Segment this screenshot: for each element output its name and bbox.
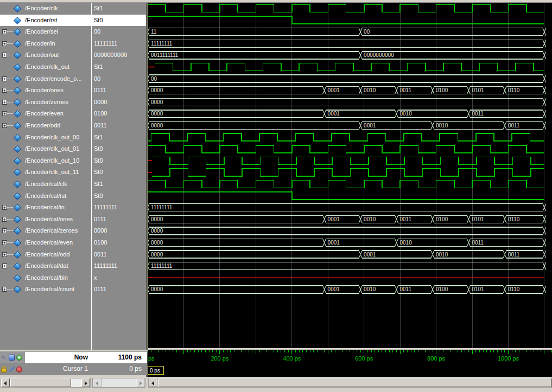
signal-row[interactable]: /Encoder/cal/clk (0, 178, 91, 190)
scroll-thumb[interactable] (158, 378, 551, 387)
expand-plus-icon[interactable]: + (2, 240, 7, 245)
signal-name-label: /Encoder/sel (25, 28, 58, 35)
signal-row[interactable]: /Encoder/clk (0, 3, 91, 15)
waveform-canvas[interactable]: 1100111111110011111111000000000000000000… (148, 3, 552, 348)
signal-name-label: /Encoder/clk_out_11 (25, 169, 79, 175)
bus-value-label: 0000000000 (364, 52, 394, 58)
expand-plus-icon[interactable]: + (2, 228, 7, 233)
bit-wave (148, 145, 544, 153)
signal-name-label: /Encoder/ones (25, 87, 64, 93)
signal-name-label: /Encoder/cal/clk (25, 181, 67, 187)
now-row[interactable]: ✎ + Now 1100 ps (0, 351, 147, 363)
expand-plus-icon[interactable]: + (2, 88, 7, 93)
signal-row[interactable]: +/Encoder/cal/ones (0, 214, 91, 226)
expand-plus-icon[interactable]: + (2, 29, 7, 34)
bus-wave (149, 262, 543, 270)
signal-value: 0111 (92, 85, 146, 97)
scroll-left-button[interactable] (149, 378, 157, 387)
signal-row[interactable]: /Encoder/cal/rst (0, 190, 91, 202)
cursor-time-badge[interactable]: 0 ps (148, 366, 164, 375)
bus-wave (149, 110, 543, 118)
bus-wave (149, 204, 543, 211)
signal-row[interactable]: /Encoder/clk_out_11 (0, 166, 91, 178)
signal-values-panel[interactable]: St1St000111111110000000000St100011100000… (92, 3, 146, 350)
bus-value-label: 0011 (400, 216, 412, 222)
column-divider[interactable] (91, 3, 92, 375)
signal-name-label: /Encoder/cal/bin (25, 274, 68, 281)
signal-row[interactable]: /Encoder/cal/bin (0, 272, 91, 284)
signal-diamond-icon (14, 40, 21, 48)
signal-name-label: /Encoder/cal/zeroes (25, 227, 78, 234)
signal-row[interactable]: /Encoder/clk_out_10 (0, 155, 91, 167)
signal-value: St0 (92, 166, 146, 178)
expand-plus-icon[interactable]: + (2, 41, 7, 46)
bus-transition (148, 75, 546, 82)
bus-transition (148, 52, 546, 59)
bus-value-label: 0000 (151, 286, 163, 292)
signal-row[interactable]: +/Encoder/encode_o... (0, 73, 91, 85)
scroll-right-button[interactable] (81, 378, 90, 387)
expand-plus-icon[interactable]: + (2, 111, 7, 116)
signal-row[interactable]: /Encoder/clk_out_00 (0, 132, 91, 144)
signal-row[interactable]: +/Encoder/cal/zeroes (0, 225, 91, 237)
values-hscrollbar[interactable] (92, 378, 145, 388)
signal-row[interactable]: +/Encoder/zeroes (0, 97, 91, 108)
signal-row[interactable]: +/Encoder/out (0, 49, 91, 61)
signal-row[interactable]: +/Encoder/sel (0, 26, 91, 38)
bus-transition (148, 286, 546, 293)
expand-plus-icon[interactable]: + (2, 205, 7, 210)
expand-plus-icon[interactable]: + (2, 123, 7, 128)
signal-row[interactable]: /Encoder/rst (0, 15, 91, 27)
tree-connector (7, 289, 14, 290)
signal-row[interactable]: +/Encoder/cal/count (0, 284, 91, 295)
expand-plus-icon[interactable]: + (2, 264, 7, 268)
signal-row[interactable]: +/Encoder/cal/odd (0, 249, 91, 261)
bus-value-label: 0001 (364, 123, 376, 128)
signal-diamond-icon (14, 5, 21, 12)
cursor-row[interactable]: – Cursor 1 0 ps (0, 363, 147, 375)
tree-connector (7, 125, 14, 126)
bus-wave (149, 52, 543, 59)
signal-row[interactable]: +/Encoder/cal/in (0, 202, 91, 214)
signal-diamond-icon (14, 63, 21, 71)
wave-hscrollbar[interactable] (148, 378, 552, 388)
bus-value-label: 0101 (472, 87, 484, 93)
bus-transition (148, 98, 546, 106)
waveform-area[interactable]: 1100111111110011111111000000000000000000… (148, 3, 552, 348)
timeline-ruler[interactable]: ps200 ps400 ps600 ps800 ps1000 ps (148, 350, 552, 364)
timeline-canvas[interactable]: ps200 ps400 ps600 ps800 ps1000 ps (148, 350, 552, 364)
expand-plus-icon[interactable]: + (2, 100, 7, 105)
expand-plus-icon[interactable]: + (2, 287, 7, 292)
scroll-thumb[interactable] (10, 378, 71, 387)
signal-name-label: /Encoder/out (25, 52, 59, 58)
signal-row[interactable]: +/Encoder/even (0, 108, 91, 120)
signal-value: 11111111 (92, 38, 146, 50)
signal-row[interactable]: +/Encoder/cal/dat (0, 260, 91, 272)
expand-plus-icon[interactable]: + (2, 76, 7, 81)
bus-wave (149, 40, 543, 47)
bit-wave (148, 16, 544, 24)
signal-value: St1 (92, 178, 146, 190)
timeline-label: 400 ps (283, 355, 301, 362)
expand-plus-icon[interactable]: + (2, 53, 7, 57)
signal-value: 0100 (92, 108, 146, 120)
signal-row[interactable]: +/Encoder/odd (0, 120, 91, 132)
signal-row[interactable]: +/Encoder/in (0, 38, 91, 50)
expand-plus-icon[interactable]: + (2, 252, 7, 257)
bus-transition (148, 239, 546, 247)
expand-plus-icon[interactable]: + (2, 217, 7, 222)
signal-name-label: /Encoder/even (25, 110, 64, 117)
signal-names-panel[interactable]: /Encoder/clk/Encoder/rst+/Encoder/sel+/E… (0, 3, 91, 350)
signal-diamond-icon (14, 204, 21, 211)
bus-value-label: 11111111 (151, 41, 173, 47)
cursor-track[interactable]: 0 ps (148, 364, 552, 377)
signal-value: 00 (92, 26, 146, 38)
signal-row[interactable]: /Encoder/clk_out_01 (0, 143, 91, 155)
signal-row[interactable]: /Encoder/clk_out (0, 61, 91, 73)
scroll-left-button[interactable] (1, 378, 10, 387)
names-hscrollbar[interactable] (1, 378, 91, 388)
bus-value-label: 0101 (472, 216, 484, 222)
bus-value-label: 0001 (328, 286, 340, 292)
signal-row[interactable]: +/Encoder/cal/even (0, 237, 91, 249)
signal-row[interactable]: +/Encoder/ones (0, 85, 91, 97)
